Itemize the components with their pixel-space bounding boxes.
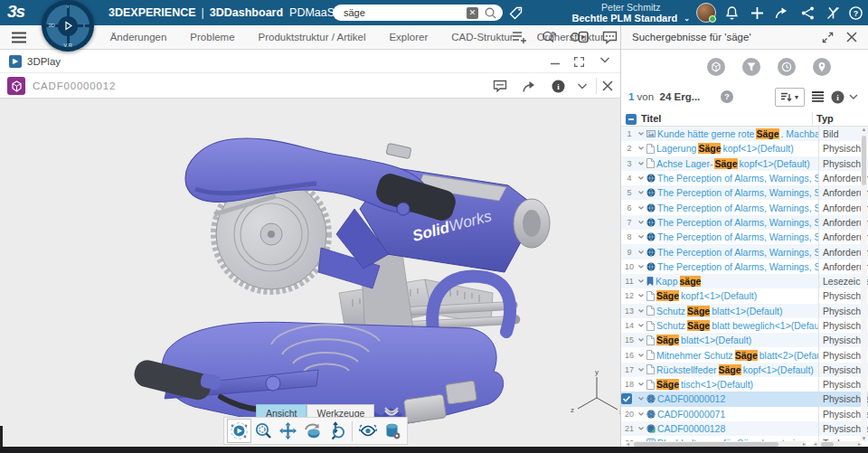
compass-north[interactable]: ʏ — [42, 4, 94, 9]
notifications-icon[interactable] — [724, 5, 740, 21]
list-add-icon[interactable] — [512, 31, 527, 44]
row-checkbox[interactable] — [621, 393, 637, 404]
row-title[interactable]: Achse Lager-Sägekopf<1>(Default) — [637, 158, 818, 169]
tab-explorer[interactable]: Explorer — [389, 32, 428, 42]
search-icon[interactable] — [484, 6, 497, 20]
miter-saw-model[interactable]: SolidWorks y x z — [0, 99, 620, 447]
menu-icon[interactable] — [11, 32, 27, 43]
assistant-icon[interactable] — [826, 5, 841, 21]
row-title[interactable]: Lagerung Sägekopf<1>(Default) — [637, 143, 818, 154]
expand-icon[interactable] — [822, 32, 834, 43]
row-title[interactable]: Sägekopf1<1>(Default) — [637, 290, 818, 301]
filter-history-icon[interactable] — [778, 58, 796, 76]
viewer-close-icon[interactable] — [602, 80, 613, 91]
turntable-tool[interactable] — [300, 419, 325, 443]
comment-icon[interactable] — [602, 31, 618, 44]
search-clear-icon[interactable]: ✕ — [467, 7, 478, 19]
row-expand-icon[interactable] — [637, 411, 645, 418]
look-at-tool[interactable] — [355, 419, 380, 443]
row-title[interactable]: Sägeblatt<1>(Default) — [637, 335, 818, 345]
table-row[interactable]: 12Sägekopf1<1>(Default)Physische P — [621, 288, 868, 303]
row-title[interactable]: Rückstellfeder Sägekopf<1>(Default) — [637, 364, 818, 375]
rotate-tool[interactable] — [227, 419, 251, 443]
viewer-share-icon[interactable] — [522, 80, 537, 93]
table-row[interactable]: 15Sägeblatt<1>(Default)Physische P — [621, 333, 868, 347]
results-collapse-icon[interactable] — [849, 94, 858, 100]
row-expand-icon[interactable] — [637, 160, 645, 167]
table-row[interactable]: 1Kunde hätte gerne rote Säge. MachbarBil… — [621, 127, 868, 141]
table-row[interactable]: 7The Perception of Alarms, Warnings, StA… — [621, 215, 868, 230]
row-title[interactable]: CADF00000012 — [637, 393, 818, 404]
row-title[interactable]: The Perception of Alarms, Warnings, St — [637, 173, 818, 184]
panel-close-icon[interactable] — [846, 32, 857, 42]
table-row[interactable]: 21CADF00000128Physisches — [621, 421, 868, 436]
compass-south[interactable]: V.R — [42, 42, 94, 48]
list-view-icon[interactable] — [811, 90, 825, 103]
row-expand-icon[interactable] — [637, 292, 645, 299]
results-info-icon[interactable]: i — [831, 90, 844, 104]
filter-funnel-icon[interactable] — [742, 58, 760, 76]
row-expand-icon[interactable] — [637, 322, 645, 329]
row-expand-icon[interactable] — [637, 204, 645, 212]
table-row[interactable]: 11KappsägeLesezeichen — [621, 274, 868, 288]
add-icon[interactable] — [750, 5, 765, 21]
user-menu[interactable]: Peter Schmitz Bechtle PLM Standard ⌄ — [571, 2, 690, 24]
compass-east[interactable]: i — [58, 23, 110, 28]
row-expand-icon[interactable] — [637, 425, 645, 432]
row-title[interactable]: The Perception of Alarms, Warnings, St — [637, 231, 818, 242]
share-icon[interactable] — [774, 5, 789, 21]
search-input[interactable] — [344, 7, 467, 18]
row-title[interactable]: The Perception of Alarms, Warnings, St — [637, 217, 818, 228]
row-expand-icon[interactable] — [637, 233, 645, 241]
row-title[interactable]: The Perception of Alarms, Warnings, St — [637, 187, 818, 198]
row-title[interactable]: Kappsäge — [637, 276, 818, 287]
table-row[interactable]: CADF00000012Physisches — [621, 392, 868, 406]
row-title[interactable]: CADF00000071 — [637, 409, 818, 420]
row-checkbox-checked[interactable] — [621, 393, 632, 404]
tab-cad-struktur[interactable]: CAD-Struktur — [451, 32, 513, 42]
row-expand-icon[interactable] — [637, 219, 645, 226]
help-icon[interactable]: ? — [848, 5, 863, 21]
zoom-area-tool[interactable] — [251, 419, 276, 443]
row-title[interactable]: Schutz Sägeblatt beweglich<1>(Default — [637, 320, 818, 331]
data-settings-tool[interactable] — [380, 419, 404, 443]
select-all-checkbox[interactable] — [626, 114, 637, 125]
maximize-icon[interactable] — [573, 56, 585, 68]
table-row[interactable]: 18Sägetisch<1>(Default)Physische P — [621, 377, 868, 392]
tab-aenderungen[interactable]: Änderungen — [110, 32, 167, 42]
column-typ[interactable]: Typ — [816, 113, 834, 124]
row-title[interactable]: Schutz Sägeblatt<1>(Default) — [637, 306, 818, 316]
row-title[interactable]: CADF00000128 — [637, 423, 818, 434]
table-row[interactable]: 9The Perception of Alarms, Warnings, StA… — [621, 244, 868, 259]
3dcompass[interactable]: ʏ 3D i V.R — [42, 0, 94, 52]
row-expand-icon[interactable] — [637, 278, 645, 285]
row-expand-icon[interactable] — [637, 263, 645, 270]
media-icon[interactable] — [571, 31, 589, 43]
table-row[interactable]: 3Achse Lager-Sägekopf<1>(Default)Physisc… — [621, 156, 868, 171]
viewer-info-icon[interactable]: i — [552, 80, 565, 93]
avatar[interactable] — [696, 3, 716, 23]
row-expand-icon[interactable] — [637, 145, 645, 152]
widget-collapse-icon[interactable] — [599, 56, 610, 64]
row-expand-icon[interactable] — [637, 307, 645, 315]
tag-icon[interactable] — [508, 5, 524, 21]
table-row[interactable]: 13Schutz Sägeblatt<1>(Default)Physische … — [621, 304, 868, 318]
row-expand-icon[interactable] — [637, 366, 645, 373]
row-title[interactable]: The Perception of Alarms, Warnings, St — [637, 261, 818, 272]
row-expand-icon[interactable] — [637, 336, 645, 344]
row-expand-icon[interactable] — [637, 130, 645, 137]
minimize-icon[interactable] — [550, 56, 561, 67]
table-row[interactable]: 5The Perception of Alarms, Warnings, StA… — [621, 185, 868, 200]
vertical-scrollbar[interactable]: ▲ ▼ — [861, 127, 867, 441]
tab-probleme[interactable]: Probleme — [190, 32, 234, 42]
row-expand-icon[interactable] — [637, 395, 645, 402]
row-title[interactable]: Kunde hätte gerne rote Säge. Machbar — [637, 128, 818, 139]
viewer-collapse-icon[interactable] — [577, 82, 588, 90]
table-row[interactable]: 16Mitnehmer Schutz Sägeblatt<2>(DefauPhy… — [621, 347, 868, 362]
table-row[interactable]: 20CADF00000071Physisches — [621, 407, 868, 421]
viewer-comment-icon[interactable] — [493, 80, 507, 92]
row-expand-icon[interactable] — [637, 189, 645, 196]
row-expand-icon[interactable] — [637, 352, 645, 359]
table-row[interactable]: 6The Perception of Alarms, Warnings, StA… — [621, 200, 868, 214]
row-title[interactable]: Mitnehmer Schutz Sägeblatt<2>(Defau — [637, 350, 818, 361]
